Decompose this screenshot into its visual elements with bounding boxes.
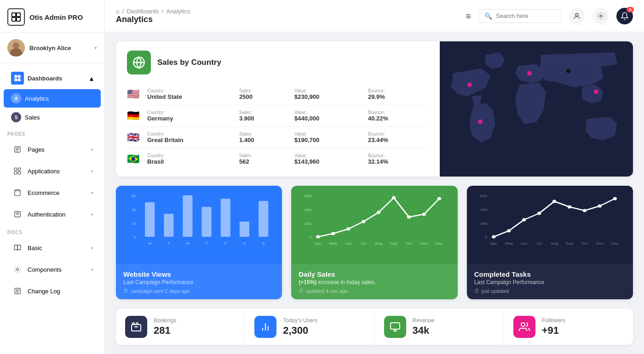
svg-point-97 xyxy=(537,212,541,215)
svg-point-28 xyxy=(575,13,578,16)
pages-nav-label: Pages xyxy=(28,146,91,153)
followers-value: +91 xyxy=(542,325,565,337)
docs-section-label: DOCS xyxy=(0,225,104,237)
app-name: Otis Admin PRO xyxy=(29,13,83,21)
daily-sales-time: ⏱ updated 4 min ago xyxy=(299,288,450,294)
svg-rect-8 xyxy=(18,75,21,78)
completed-tasks-card: 600 400 200 0 xyxy=(467,186,633,299)
bookings-label: Bookings xyxy=(154,317,176,324)
svg-point-101 xyxy=(598,205,601,208)
table-row: 🇩🇪 Country:Germany Sales:3.900 Value:$44… xyxy=(127,105,429,127)
svg-text:Oct: Oct xyxy=(406,241,413,246)
svg-text:Sep: Sep xyxy=(390,241,398,246)
user-profile[interactable]: Brooklyn Alice ▾ xyxy=(0,33,104,63)
stat-bookings: Bookings 281 xyxy=(116,308,245,345)
svg-point-35 xyxy=(527,71,532,76)
user-profile-button[interactable] xyxy=(569,8,585,24)
search-input[interactable] xyxy=(496,12,555,19)
sidebar-item-dashboards[interactable]: Dashboards ▴ xyxy=(4,68,101,89)
followers-label: Followers xyxy=(542,317,565,324)
sidebar: Otis Admin PRO Brooklyn Alice ▾ Das xyxy=(0,0,105,354)
breadcrumb-area: ⌂ / Dashboards / Analytics Analytics xyxy=(116,8,466,24)
dashboards-chevron-icon: ▴ xyxy=(90,74,93,83)
completed-tasks-info: Completed Tasks Last Campaign Performanc… xyxy=(467,264,633,299)
today-users-info: Today's Users 2,300 xyxy=(283,317,317,337)
header-right: 🔍 9 xyxy=(478,8,633,24)
svg-rect-17 xyxy=(14,171,17,174)
followers-info: Followers +91 xyxy=(542,317,565,337)
stat-today-users: Today's Users 2,300 xyxy=(245,308,374,345)
sidebar-item-ecommerce[interactable]: Ecommerce ▾ xyxy=(4,182,101,203)
revenue-label: Revenue xyxy=(413,317,435,324)
bell-icon xyxy=(621,12,629,20)
svg-point-23 xyxy=(17,268,18,270)
svg-point-34 xyxy=(478,120,483,124)
flag-gb: 🇬🇧 xyxy=(127,131,147,143)
svg-text:T: T xyxy=(167,241,170,246)
table-row: 🇺🇸 Country:United State Sales:2500 Value… xyxy=(127,84,429,105)
content-area: Sales by Country 🇺🇸 Country:United State… xyxy=(105,32,644,354)
sidebar-item-basic[interactable]: Basic ▾ xyxy=(4,237,101,258)
svg-text:Dec: Dec xyxy=(611,241,619,246)
sidebar-item-analytics[interactable]: A Analytics xyxy=(4,89,101,108)
sales-card-header: Sales by Country xyxy=(127,51,429,74)
svg-rect-50 xyxy=(221,199,230,237)
svg-point-68 xyxy=(316,235,320,239)
sidebar-item-changelog[interactable]: Change Log xyxy=(4,280,101,302)
user-name: Brooklyn Alice xyxy=(29,45,92,51)
flag-us: 🇺🇸 xyxy=(127,88,147,100)
search-box[interactable]: 🔍 xyxy=(478,9,561,23)
user-icon xyxy=(573,12,581,20)
breadcrumb-sep-1: / xyxy=(122,8,124,15)
svg-rect-47 xyxy=(164,214,173,237)
clock-icon-3: ⏱ xyxy=(474,288,479,294)
today-users-icon xyxy=(254,316,276,338)
svg-rect-15 xyxy=(14,168,17,170)
sales-char: S xyxy=(11,112,21,122)
changelog-icon xyxy=(11,285,24,297)
svg-point-75 xyxy=(422,213,426,216)
svg-point-99 xyxy=(568,206,571,209)
breadcrumb: ⌂ / Dashboards / Analytics xyxy=(116,8,190,15)
svg-rect-112 xyxy=(132,325,141,331)
authentication-icon xyxy=(11,208,24,221)
svg-rect-117 xyxy=(391,323,400,329)
svg-rect-0 xyxy=(12,13,16,17)
completed-tasks-title: Completed Tasks xyxy=(474,270,626,278)
components-icon xyxy=(11,263,24,276)
ecommerce-nav-label: Ecommerce xyxy=(28,189,91,196)
svg-text:200: 200 xyxy=(305,222,312,226)
notifications-button[interactable]: 9 xyxy=(616,8,633,24)
basic-icon xyxy=(11,241,24,254)
completed-tasks-chart-area: 600 400 200 0 xyxy=(467,186,633,264)
svg-point-120 xyxy=(521,323,525,326)
sidebar-item-authentication[interactable]: Authentication ▾ xyxy=(4,204,101,225)
website-views-chart-area: 60 40 20 0 M T xyxy=(116,186,282,264)
pages-icon xyxy=(11,143,24,156)
svg-text:Jul: Jul xyxy=(536,241,542,246)
svg-text:Aug: Aug xyxy=(550,241,558,246)
components-chevron-icon: ▾ xyxy=(91,267,93,272)
svg-text:0: 0 xyxy=(485,235,487,240)
stats-row: Bookings 281 Today's Users 2,300 xyxy=(116,308,633,345)
analytics-label: Analytics xyxy=(25,95,93,102)
daily-sales-info: Daily Sales (+15%) increase in today sal… xyxy=(291,264,457,299)
svg-rect-48 xyxy=(183,195,192,237)
sidebar-item-sales[interactable]: S Sales xyxy=(4,108,101,126)
bookings-icon xyxy=(125,316,147,338)
settings-button[interactable] xyxy=(592,8,609,24)
flag-de: 🇩🇪 xyxy=(127,110,147,122)
sidebar-item-pages[interactable]: Pages ▾ xyxy=(4,139,101,160)
sidebar-item-applications[interactable]: Applications ▾ xyxy=(4,160,101,182)
svg-rect-52 xyxy=(259,201,268,237)
gear-icon xyxy=(597,12,605,20)
hamburger-icon[interactable]: ≡ xyxy=(466,11,471,21)
svg-text:Dec: Dec xyxy=(436,241,443,246)
svg-text:Apr: Apr xyxy=(315,241,322,246)
svg-text:W: W xyxy=(186,241,190,246)
ecommerce-icon xyxy=(11,186,24,199)
pages-chevron-icon: ▾ xyxy=(91,147,93,152)
sidebar-item-components[interactable]: Components ▾ xyxy=(4,259,101,280)
authentication-chevron-icon: ▾ xyxy=(91,212,93,217)
svg-point-70 xyxy=(346,228,350,231)
